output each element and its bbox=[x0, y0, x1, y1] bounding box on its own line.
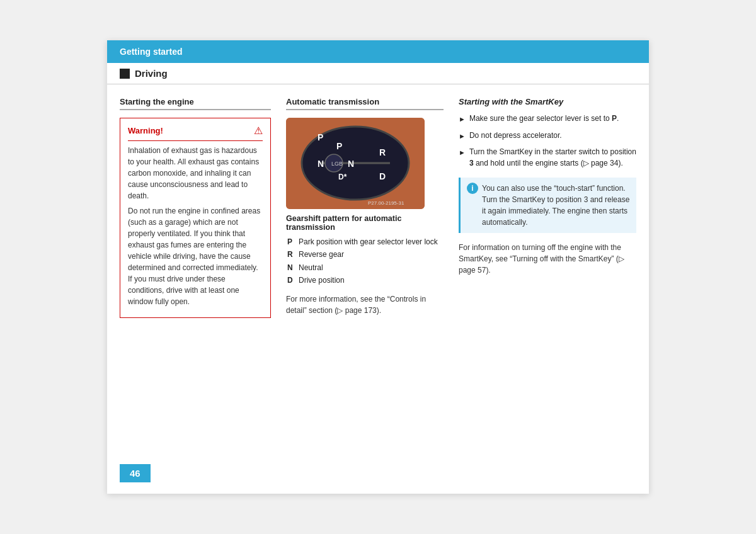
svg-text:N: N bbox=[348, 159, 354, 169]
gear-desc-d: Drive position bbox=[299, 274, 345, 287]
middle-section-heading: Automatic transmission bbox=[286, 97, 444, 110]
warning-paragraph-1: Inhalation of exhaust gas is hazardous t… bbox=[128, 145, 263, 202]
gear-key-d: D bbox=[287, 274, 296, 287]
gear-caption-title: Gearshift pattern for automatic transmis… bbox=[286, 214, 444, 232]
list-item: R Reverse gear bbox=[287, 248, 444, 261]
list-item: ► Do not depress accelerator. bbox=[459, 130, 636, 142]
left-column: Starting the engine Warning! ⚠ Inhalatio… bbox=[120, 97, 271, 326]
warning-box: Warning! ⚠ Inhalation of exhaust gas is … bbox=[120, 118, 271, 318]
content-area: Starting the engine Warning! ⚠ Inhalatio… bbox=[107, 97, 649, 326]
gear-key-n: N bbox=[287, 261, 296, 274]
warning-header: Warning! ⚠ bbox=[128, 125, 263, 141]
list-item: ► Make sure the gear selector lever is s… bbox=[459, 113, 636, 125]
page-number: 46 bbox=[120, 464, 151, 482]
svg-text:D: D bbox=[379, 171, 386, 181]
svg-text:P: P bbox=[318, 132, 323, 142]
svg-text:P: P bbox=[336, 141, 342, 151]
list-item: P Park position with gear selector lever… bbox=[287, 236, 444, 248]
gear-key-r: R bbox=[287, 248, 296, 261]
info-icon: i bbox=[467, 183, 478, 194]
subheader-title: Driving bbox=[135, 68, 168, 79]
bullet-arrow-icon: ► bbox=[459, 114, 466, 125]
svg-text:P27.00-2195-31: P27.00-2195-31 bbox=[368, 200, 404, 206]
bullet-arrow-icon: ► bbox=[459, 147, 466, 158]
list-item: ► Turn the SmartKey in the starter switc… bbox=[459, 146, 636, 169]
gear-list: P Park position with gear selector lever… bbox=[287, 236, 444, 287]
info-box: i You can also use the “touch-start” fun… bbox=[459, 178, 636, 233]
gear-svg: P P R N N D* D LGB P2 bbox=[286, 118, 425, 209]
smartkey-heading: Starting with the SmartKey bbox=[459, 97, 636, 106]
right-column: Starting with the SmartKey ► Make sure t… bbox=[459, 97, 636, 326]
bullet-text-3: Turn the SmartKey in the starter switch … bbox=[469, 146, 636, 169]
warning-paragraph-2: Do not run the engine in confined areas … bbox=[128, 205, 263, 307]
svg-text:R: R bbox=[379, 147, 386, 157]
gear-key-p: P bbox=[287, 236, 296, 248]
warning-triangle-icon: ⚠ bbox=[254, 125, 263, 137]
gear-desc-p: Park position with gear selector lever l… bbox=[299, 236, 438, 248]
section-marker bbox=[120, 69, 130, 79]
gear-desc-r: Reverse gear bbox=[299, 248, 344, 261]
list-item: N Neutral bbox=[287, 261, 444, 274]
bullet-text-1: Make sure the gear selector lever is set… bbox=[469, 113, 619, 124]
gear-diagram: P P R N N D* D LGB P2 bbox=[286, 118, 425, 209]
info-box-text: You can also use the “touch-start” funct… bbox=[482, 183, 630, 228]
header-bar: Getting started bbox=[107, 40, 649, 63]
warning-text: Inhalation of exhaust gas is hazardous t… bbox=[128, 145, 263, 307]
subheader: Driving bbox=[107, 63, 649, 84]
warning-label: Warning! bbox=[128, 126, 163, 135]
gear-desc-n: Neutral bbox=[299, 261, 323, 274]
svg-text:D*: D* bbox=[338, 173, 347, 181]
middle-column: Automatic transmission P P R bbox=[286, 97, 444, 326]
bullet-list: ► Make sure the gear selector lever is s… bbox=[459, 113, 636, 169]
page-container: Getting started Driving Starting the eng… bbox=[107, 40, 649, 494]
more-info-text: For more information, see the “Controls … bbox=[286, 293, 444, 316]
footer-info: For information on turning off the engin… bbox=[459, 242, 636, 276]
left-section-heading: Starting the engine bbox=[120, 97, 271, 110]
list-item: D Drive position bbox=[287, 274, 444, 287]
svg-text:N: N bbox=[318, 159, 324, 169]
bullet-text-2: Do not depress accelerator. bbox=[469, 130, 562, 141]
svg-text:LGB: LGB bbox=[331, 161, 343, 167]
bullet-arrow-icon: ► bbox=[459, 131, 466, 142]
header-title: Getting started bbox=[120, 47, 183, 57]
